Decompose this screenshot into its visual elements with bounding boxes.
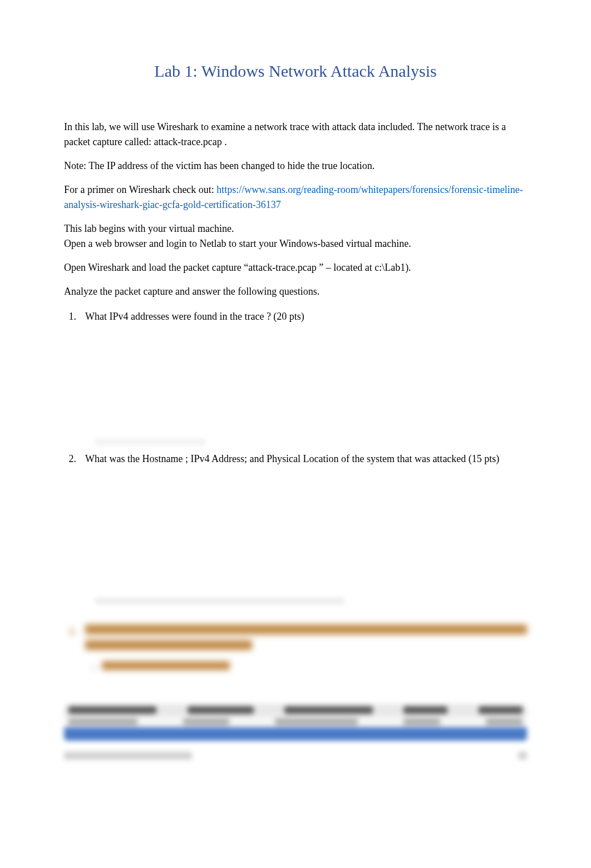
answer-space-2 xyxy=(64,472,527,597)
blurred-th-gap xyxy=(258,706,280,714)
question-1-number: 1. xyxy=(64,309,80,324)
blurred-page-number xyxy=(518,752,527,760)
note-paragraph: Note: The IP address of the victim has b… xyxy=(64,158,527,173)
blurred-th xyxy=(188,706,254,714)
blurred-th xyxy=(403,706,447,714)
blurred-td-gap xyxy=(362,718,399,725)
vm-line-1: This lab begins with your virtual machin… xyxy=(64,221,527,236)
blurred-th xyxy=(284,706,372,714)
blurred-q3-line-2 xyxy=(85,640,252,650)
blurred-th-gap xyxy=(452,706,474,714)
blurred-q3-line-1 xyxy=(85,624,527,634)
questions-list: 1. What IPv4 addresses were found in the… xyxy=(64,309,527,760)
question-2: 2. What was the Hostname ; IPv4 Address;… xyxy=(64,452,527,467)
blurred-question-3: 3. xyxy=(64,624,527,650)
question-1-text: What IPv4 addresses were found in the tr… xyxy=(80,309,527,324)
blurred-footer-text xyxy=(64,752,192,760)
answer-space-1 xyxy=(64,330,527,438)
blurred-td xyxy=(275,718,358,725)
vm-instructions: This lab begins with your virtual machin… xyxy=(64,221,527,251)
page-title: Lab 1: Windows Network Attack Analysis xyxy=(64,58,527,83)
blurred-q3-text xyxy=(80,624,527,650)
blurred-table-header xyxy=(64,704,527,716)
blurred-hint-1 xyxy=(95,438,206,446)
analyze-instruction: Analyze the packet capture and answer th… xyxy=(64,284,527,299)
blurred-bullet-icon: • xyxy=(92,661,95,676)
blurred-th-gap xyxy=(377,706,400,714)
vm-line-2: Open a web browser and login to Netlab t… xyxy=(64,236,527,251)
blurred-content: 3. • xyxy=(64,624,527,760)
blurred-q3-number: 3. xyxy=(64,624,80,650)
blurred-sub-text xyxy=(102,661,230,670)
question-2-number: 2. xyxy=(64,452,80,467)
blurred-th-gap xyxy=(161,706,183,714)
blurred-td xyxy=(403,718,440,725)
blurred-td-gap xyxy=(234,718,270,725)
question-2-text: What was the Hostname ; IPv4 Address; an… xyxy=(80,452,527,467)
primer-paragraph: For a primer on Wireshark check out: htt… xyxy=(64,182,527,212)
blurred-sub-item: • xyxy=(92,661,527,676)
blurred-hint-2 xyxy=(95,597,345,605)
blurred-table xyxy=(64,704,527,741)
blurred-table-row-highlighted xyxy=(64,727,527,741)
blurred-footer xyxy=(64,752,527,760)
question-1: 1. What IPv4 addresses were found in the… xyxy=(64,309,527,324)
blurred-td xyxy=(486,718,523,725)
open-wireshark-instruction: Open Wireshark and load the packet captu… xyxy=(64,260,527,275)
blurred-td xyxy=(68,718,137,725)
primer-prefix: For a primer on Wireshark check out: xyxy=(64,184,216,195)
blurred-th xyxy=(68,706,156,714)
blurred-td xyxy=(183,718,229,725)
blurred-th xyxy=(479,706,523,714)
blurred-td-gap xyxy=(445,718,481,725)
intro-paragraph: In this lab, we will use Wireshark to ex… xyxy=(64,120,527,150)
blurred-table-row xyxy=(64,716,527,727)
blurred-td-gap xyxy=(142,718,179,725)
